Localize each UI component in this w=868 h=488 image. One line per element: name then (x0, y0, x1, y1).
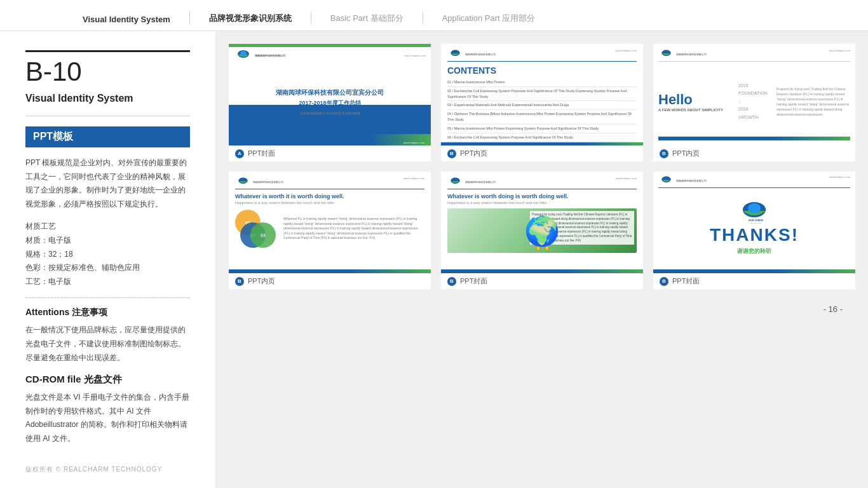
ppt-label-icon-5: B (447, 277, 456, 286)
spec-color: 色彩：按规定标准色、辅助色应用 (25, 261, 190, 275)
ppt-grid: 湖南阅球环保科技有限公司 www.hnhqecc.com 湖南阅球环保科技有限公… (229, 44, 855, 289)
cover-company: 湖南阅球环保科技有限公司宜宾分公司 (276, 88, 384, 98)
ppt-thumbnail-5: 湖南阅球环保科技有限公司 www.hnhqecc.com Whatever is… (441, 172, 643, 273)
ppt-label-bar-5: B PPT封面 (441, 273, 643, 289)
nav-item-basic[interactable]: Basic Part 基础部分 (311, 13, 423, 24)
thanks-text: THANKS! (710, 225, 799, 245)
cover-year-title: 2017-2018年度工作总结 (276, 99, 384, 107)
spec-size: 规格：32；18 (25, 248, 190, 262)
page-number: - 16 - (229, 299, 855, 319)
slide-hello: 湖南阅球环保科技有限公司 www.hnhqecc.com Hello A FEW… (653, 44, 855, 146)
ppt-card-4[interactable]: 湖南阅球环保科技有限公司 www.hnhqecc.com Whatever is… (229, 172, 431, 289)
earth-image: 🌍 🙌 Praeesnt for trying soon Trading fin… (447, 208, 637, 253)
ppt-label-icon-3: B (660, 149, 668, 158)
sidebar-dotted-divider (25, 297, 190, 298)
sidebar-divider-1 (25, 116, 190, 116)
ppt-label-2: PPT内页 (460, 149, 487, 158)
cdrom-text: 光盘文件是本 VI 手册电子文件的集合，内含手册制作时的专用软件格式。其中 AI… (25, 391, 190, 445)
imgcontent-sub: Happiness is a way station between too m… (447, 201, 637, 205)
contents-item-4: 04 / Optimize The Biomass Bifluro Induct… (447, 110, 637, 125)
ppt-label-bar-4: B PPT内页 (229, 273, 431, 289)
circles-title: Whatever is worth it is worth doing well… (235, 193, 424, 200)
nav-item-app[interactable]: Application Part 应用部分 (423, 13, 555, 24)
contents-item-2: 02 / Escherichia Coli Expressing System … (447, 87, 637, 102)
cdrom-title: CD-ROM file 光盘文件 (25, 374, 190, 386)
svg-text:REALCHARM: REALCHARM (749, 219, 763, 222)
ppt-card-6[interactable]: 湖南阅球环保科技有限公司 www.hnhqecc.com REALCHARM (653, 172, 855, 289)
ppt-label-icon-2: B (447, 149, 456, 158)
ppt-label-bar-6: B PPT封面 (653, 273, 855, 289)
thanks-sub: 谢谢您的聆听 (737, 247, 771, 255)
hello-body: Praeesnt for trying soon Trading find th… (776, 86, 850, 117)
ppt-label-5: PPT封面 (460, 276, 487, 286)
sidebar-title: Visual Identity System (25, 93, 190, 104)
ppt-thumbnail-4: 湖南阅球环保科技有限公司 www.hnhqecc.com Whatever is… (229, 172, 431, 273)
ppt-thumbnail-6: 湖南阅球环保科技有限公司 www.hnhqecc.com REALCHARM (653, 172, 855, 273)
ppt-label-1: PPT封面 (248, 149, 275, 158)
attention-title: Attentions 注意事项 (25, 307, 190, 318)
sidebar-footer: 版权所有 © REALCHARM TECHNOLOGY (25, 465, 190, 474)
ppt-label-bar-3: B PPT内页 (653, 146, 855, 161)
svg-text:TECHNOLOGY: TECHNOLOGY (750, 222, 762, 224)
ppt-label-bar-1: A PPT封面 (229, 146, 431, 161)
ppt-card-1[interactable]: 湖南阅球环保科技有限公司 www.hnhqecc.com 湖南阅球环保科技有限公… (229, 44, 431, 161)
top-navigation: Visual Identity System 品牌视觉形象识别系统 Basic … (0, 0, 868, 31)
slide-thanks: 湖南阅球环保科技有限公司 www.hnhqecc.com REALCHARM (653, 172, 855, 273)
ppt-thumbnail-2: 湖南阅球环保科技有限公司 www.hnhqecc.com CONTENTS 01… (441, 44, 643, 146)
page-id: B-10 (25, 50, 190, 85)
contents-item-5: 05 / Marine Autoimmune Mhz Protein Expre… (447, 125, 637, 133)
spec-material-type: 材质：电子版 (25, 234, 190, 248)
ppt-thumbnail-3: 湖南阅球环保科技有限公司 www.hnhqecc.com Hello A FEW… (653, 44, 855, 146)
contents-item-6: 06 / Escherichia Coli Expressing System … (447, 133, 637, 142)
ppt-card-2[interactable]: 湖南阅球环保科技有限公司 www.hnhqecc.com CONTENTS 01… (441, 44, 643, 161)
ppt-card-5[interactable]: 湖南阅球环保科技有限公司 www.hnhqecc.com Whatever is… (441, 172, 643, 289)
ppt-label-bar-2: B PPT内页 (441, 146, 643, 161)
nav-item-brand[interactable]: 品牌视觉形象识别系统 (190, 13, 311, 24)
sidebar: B-10 Visual Identity System PPT模板 PPT 模板… (0, 31, 216, 488)
slide-circles: 湖南阅球环保科技有限公司 www.hnhqecc.com Whatever is… (229, 172, 431, 273)
ppt-label-icon-4: B (235, 277, 244, 286)
venn-diagram: 01 02 03 (235, 210, 280, 248)
imgcontent-title: Whatever is worth doing is worth doing w… (447, 193, 637, 200)
contents-item-1: 01 / Marine Autoimmune Mhz Protein (447, 78, 637, 87)
ppt-thumbnail-1: 湖南阅球环保科技有限公司 www.hnhqecc.com 湖南阅球环保科技有限公… (229, 44, 431, 146)
attention-text: 在一般情况下使用品牌标志，应尽量使用提供的光盘电子文件，不建议使用标准制图绘制标… (25, 323, 190, 365)
spec-craft: 工艺：电子版 (25, 275, 190, 289)
ppt-label-icon-6: B (660, 277, 668, 286)
slide-image-content: 湖南阅球环保科技有限公司 www.hnhqecc.com Whatever is… (441, 172, 643, 273)
contents-title: CONTENTS (447, 65, 637, 76)
hello-years: 2015FOUNDATION↓2018GROWTH (738, 82, 770, 122)
hello-sub: A FEW WORDS ABOUT SIMPLICITY (658, 108, 732, 112)
circles-sub: Happiness is a way station between too m… (235, 201, 424, 205)
slide-cover: 湖南阅球环保科技有限公司 www.hnhqecc.com 湖南阅球环保科技有限公… (229, 44, 431, 146)
circles-body: Whatever P.L is training rapidly toward … (283, 217, 424, 241)
main-layout: B-10 Visual Identity System PPT模板 PPT 模板… (0, 31, 868, 488)
realcharm-logo: REALCHARM TECHNOLOGY ★ ★ ★ ★ ★ (735, 200, 773, 225)
ppt-card-3[interactable]: 湖南阅球环保科技有限公司 www.hnhqecc.com Hello A FEW… (653, 44, 855, 161)
slide-contents: 湖南阅球环保科技有限公司 www.hnhqecc.com CONTENTS 01… (441, 44, 643, 146)
hello-text: Hello (658, 92, 732, 108)
ppt-label-4: PPT内页 (248, 276, 275, 286)
body-text-main: PPT 模板规范是企业对内、对外宣传的最重要的工具之一，它同时也代表了企业的精神… (25, 156, 190, 211)
ppt-label-6: PPT封面 (672, 276, 700, 286)
ppt-label-3: PPT内页 (672, 149, 700, 158)
ppt-label-icon-1: A (235, 149, 244, 158)
nav-item-vis[interactable]: Visual Identity System (64, 15, 189, 24)
contents-item-3: 03 / Experimental Materials And Methods … (447, 101, 637, 110)
svg-point-8 (748, 203, 761, 214)
cover-hint: 点击添加副标题点击添加标题点击添加标题 (276, 111, 384, 115)
spec-materials: 材质工艺 (25, 220, 190, 234)
section-title: PPT模板 (25, 126, 190, 147)
right-content: 湖南阅球环保科技有限公司 www.hnhqecc.com 湖南阅球环保科技有限公… (216, 31, 868, 488)
svg-point-1 (240, 51, 247, 56)
